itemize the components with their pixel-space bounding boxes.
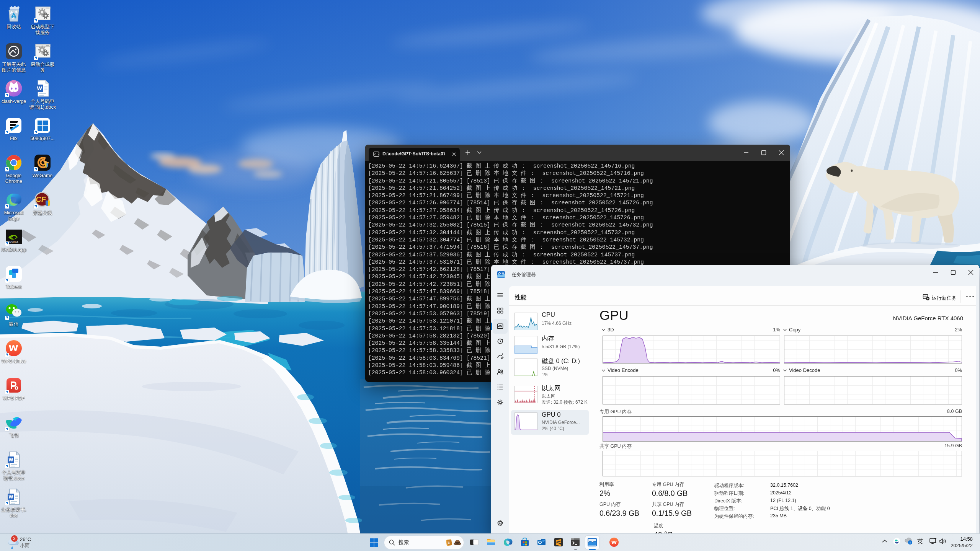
svg-text:C:\: C:\ (374, 153, 379, 156)
svg-text:CF: CF (35, 195, 47, 204)
svg-text:NVIDIA: NVIDIA (9, 241, 18, 243)
